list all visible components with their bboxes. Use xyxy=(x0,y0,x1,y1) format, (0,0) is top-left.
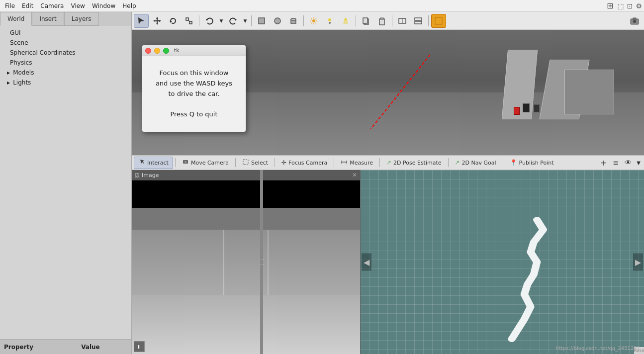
interact-sep2 xyxy=(235,158,236,167)
interact-right-menu[interactable]: ≡ xyxy=(611,158,622,167)
watermark: https://blog.csdn.net/qq_2451251 xyxy=(556,346,640,351)
image-panel: 🖼 Image ✕ ⏸ xyxy=(132,170,361,354)
toolbar-pointlight-btn[interactable] xyxy=(322,14,337,28)
toolbar-sep1 xyxy=(199,15,199,26)
menubar-window[interactable]: Window xyxy=(89,1,118,10)
toolbar-translate-btn[interactable] xyxy=(150,14,165,28)
toolbar-cylinder-btn[interactable] xyxy=(286,14,301,28)
pause-btn[interactable]: ⏸ xyxy=(134,341,145,352)
svg-marker-2 xyxy=(156,17,158,19)
select-label: Select xyxy=(251,160,268,166)
map-arrow-left[interactable]: ◀ xyxy=(362,254,371,271)
2d-nav-btn[interactable]: ↗ 2D Nav Goal xyxy=(451,157,501,168)
svg-rect-45 xyxy=(243,160,248,165)
svg-rect-36 xyxy=(415,18,422,20)
toolbar-sep5 xyxy=(392,15,392,26)
svg-marker-5 xyxy=(159,20,161,22)
toolbar-right-icon3: ⊡ xyxy=(627,2,633,10)
interact-icon xyxy=(138,159,145,167)
interact-right-add[interactable]: + xyxy=(598,158,609,168)
popup-line5: Press Q to quit xyxy=(150,109,238,120)
interact-right-arrow[interactable]: ▼ xyxy=(635,160,642,166)
interact-btn[interactable]: Interact xyxy=(134,157,173,169)
toolbar-camera-btn[interactable] xyxy=(627,14,642,28)
toolbar-undo-arrow[interactable]: ▼ xyxy=(218,14,225,28)
sidebar-tab-world[interactable]: World xyxy=(0,12,32,26)
sidebar-tab-insert[interactable]: Insert xyxy=(32,12,64,26)
toolbar-box-btn[interactable] xyxy=(254,14,269,28)
toolbar-redo-arrow[interactable]: ▼ xyxy=(242,14,249,28)
svg-line-9 xyxy=(188,20,189,21)
toolbar-copy-btn[interactable] xyxy=(359,14,373,28)
popup-line1: Focus on this window xyxy=(150,68,238,79)
popup-min-btn[interactable] xyxy=(154,48,160,54)
2d-pose-btn[interactable]: ↗ 2D Pose Estimate xyxy=(382,157,446,168)
2d-nav-icon: ↗ xyxy=(455,159,460,166)
focus-camera-btn[interactable]: ✛ Focus Camera xyxy=(277,157,332,168)
image-scene-view[interactable] xyxy=(132,208,360,354)
sidebar-item-lights[interactable]: ▶ Lights xyxy=(0,78,131,88)
popup-line3: to drive the car. xyxy=(150,89,238,99)
vert-drag-handle[interactable]: ⋮⋮ xyxy=(260,170,263,354)
svg-rect-26 xyxy=(329,22,331,23)
toolbar-align1-btn[interactable] xyxy=(395,14,410,28)
sun-icon xyxy=(309,16,318,25)
toolbar-right-icon4: ⚙ xyxy=(636,2,642,10)
sidebar-item-models[interactable]: ▶ Models xyxy=(0,68,131,78)
menubar-view[interactable]: View xyxy=(68,1,88,10)
sphere-icon xyxy=(273,16,282,25)
sidebar-item-physics[interactable]: Physics xyxy=(0,58,131,68)
toolbar-paste-btn[interactable] xyxy=(374,14,389,28)
models-expand-icon: ▶ xyxy=(7,71,10,75)
map-panel[interactable]: ◀ ▶ https://blog.csdn.net/qq_2451251 Res… xyxy=(361,170,644,354)
toolbar-rotate-btn[interactable] xyxy=(166,14,181,28)
toolbar-redo-btn[interactable] xyxy=(226,14,241,28)
svg-marker-4 xyxy=(153,20,155,22)
popup-title-label: tk xyxy=(174,47,180,54)
sidebar-item-scene[interactable]: Scene xyxy=(0,38,131,48)
interact-right-eye[interactable]: 👁 xyxy=(622,158,634,167)
interact-sep5 xyxy=(379,158,380,167)
viewport-3d[interactable]: tk Focus on this window and use the WASD… xyxy=(132,30,644,155)
image-panel-close-btn[interactable]: ✕ xyxy=(352,172,357,178)
sidebar-item-gui[interactable]: GUI xyxy=(0,28,131,38)
toolbar-right-icon2: ⬚ xyxy=(617,2,624,10)
menubar-edit[interactable]: Edit xyxy=(19,1,36,10)
menubar-camera[interactable]: Camera xyxy=(37,1,67,10)
cylinder-icon xyxy=(289,16,298,25)
popup-line2: and use the WASD keys xyxy=(150,79,238,89)
interact-sep3 xyxy=(275,158,275,167)
svg-line-42 xyxy=(370,55,430,129)
toolbar-sep4 xyxy=(356,15,356,26)
menubar-file[interactable]: File xyxy=(2,1,18,10)
toolbar-sphere-btn[interactable] xyxy=(270,14,285,28)
menubar-help[interactable]: Help xyxy=(119,1,139,10)
image-panel-icon: 🖼 xyxy=(135,173,140,178)
measure-btn[interactable]: Measure xyxy=(336,157,377,169)
toolbar-align2-btn[interactable] xyxy=(411,14,426,28)
sidebar-tab-layers[interactable]: Layers xyxy=(64,12,99,26)
toolbar-undo-btn[interactable] xyxy=(202,14,217,28)
align2-icon xyxy=(414,16,423,25)
select-btn[interactable]: Select xyxy=(238,157,273,169)
toolbar-select-btn[interactable] xyxy=(134,14,149,28)
move-camera-btn[interactable]: Move Camera xyxy=(178,157,233,169)
image-panel-titlebar: 🖼 Image ✕ xyxy=(132,170,360,180)
copy-icon xyxy=(362,16,370,25)
toolbar-sun-btn[interactable] xyxy=(306,14,321,28)
rotate-icon xyxy=(169,16,178,25)
popup-max-btn[interactable] xyxy=(163,48,169,54)
align1-icon xyxy=(398,16,407,25)
svg-line-24 xyxy=(311,22,312,23)
2d-pose-label: 2D Pose Estimate xyxy=(393,160,442,166)
map-arrow-right[interactable]: ▶ xyxy=(633,254,643,271)
publish-point-btn[interactable]: 📍 Publish Point xyxy=(505,157,558,168)
measure-label: Measure xyxy=(350,160,373,166)
sidebar: World Insert Layers GUI Scene Spherical … xyxy=(0,12,132,354)
sidebar-item-spherical-coords[interactable]: Spherical Coordinates xyxy=(0,48,131,58)
toolbar-spotlight-btn[interactable] xyxy=(338,14,353,28)
popup-close-btn[interactable] xyxy=(145,48,151,54)
box-icon xyxy=(257,16,266,25)
toolbar-scale-btn[interactable] xyxy=(182,14,196,28)
toolbar-highlight-btn[interactable] xyxy=(431,14,446,28)
